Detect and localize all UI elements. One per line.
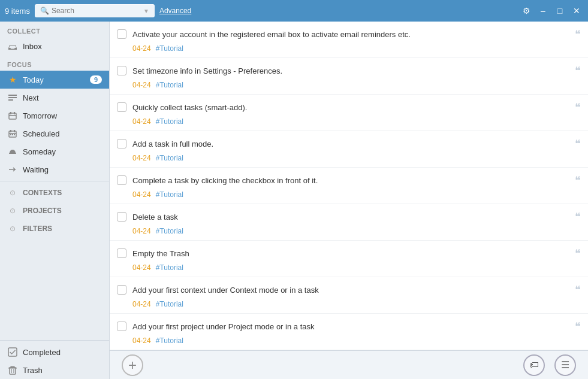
sidebar-item-tomorrow[interactable]: Tomorrow [0, 107, 109, 125]
quote-icon[interactable]: ❝ [575, 28, 581, 41]
sidebar: COLLECT Inbox FOCUS ★ Today 9 Next [0, 22, 110, 379]
task-item: Add your first project under Project mod… [110, 314, 588, 350]
sidebar-item-waiting[interactable]: Waiting [0, 160, 109, 178]
task-row: Add your first context under Context mod… [110, 277, 588, 299]
sidebar-item-scheduled[interactable]: Scheduled [0, 125, 109, 142]
task-row: Delete a task ❝ [110, 204, 588, 226]
task-meta: 04-24 #Tutorial [110, 226, 588, 240]
task-checkbox[interactable] [117, 212, 126, 222]
task-checkbox[interactable] [117, 248, 126, 258]
advanced-link[interactable]: Advanced [159, 7, 191, 15]
task-text: Set timezone info in Settings - Preferen… [132, 66, 569, 75]
search-input[interactable] [52, 7, 141, 15]
item-count: 9 items [5, 7, 30, 16]
task-meta: 04-24 #Tutorial [110, 262, 588, 277]
task-checkbox[interactable] [117, 175, 126, 185]
svg-rect-4 [10, 112, 11, 114]
sidebar-item-contexts[interactable]: ⊙ CONTEXTS [0, 184, 109, 202]
sidebar-item-next[interactable]: Next [0, 89, 109, 107]
task-item: Delete a task ❝ 04-24 #Tutorial [110, 204, 588, 241]
svg-rect-13 [14, 134, 15, 135]
quote-icon[interactable]: ❝ [575, 137, 581, 150]
bottom-toolbar: + 🏷 ☰ [110, 350, 588, 379]
star-icon: ★ [7, 74, 18, 85]
quote-icon[interactable]: ❝ [575, 174, 581, 187]
task-date: 04-24 [132, 44, 151, 53]
sidebar-item-someday[interactable]: Someday [0, 142, 109, 160]
task-text: Complete a task by clicking the checkbox… [132, 176, 569, 185]
task-tag[interactable]: #Tutorial [156, 154, 183, 162]
list-view-button[interactable]: ☰ [554, 354, 576, 376]
task-checkbox[interactable] [117, 29, 126, 39]
scheduled-label: Scheduled [23, 129, 102, 138]
someday-label: Someday [23, 147, 102, 156]
quote-icon[interactable]: ❝ [575, 101, 581, 114]
task-item: Set timezone info in Settings - Preferen… [110, 58, 588, 95]
svg-rect-0 [8, 95, 17, 96]
add-task-button[interactable]: + [122, 354, 143, 376]
task-row: Add your first project under Project mod… [110, 314, 588, 335]
maximize-button[interactable]: □ [553, 4, 566, 17]
svg-rect-1 [8, 97, 17, 98]
task-tag[interactable]: #Tutorial [156, 81, 183, 89]
sidebar-item-filters[interactable]: ⊙ FILTERS [0, 220, 109, 238]
inbox-icon [7, 41, 18, 51]
task-row: Add a task in full mode. ❝ [110, 131, 588, 153]
minimize-button[interactable]: – [536, 4, 550, 17]
quote-icon[interactable]: ❝ [575, 283, 581, 296]
search-box[interactable]: 🔍 ▼ [35, 4, 155, 17]
sidebar-item-projects[interactable]: ⊙ PROJECTS [0, 202, 109, 220]
task-tag[interactable]: #Tutorial [156, 300, 183, 308]
filters-label: FILTERS [23, 225, 102, 233]
task-date: 04-24 [132, 81, 151, 89]
sidebar-item-inbox[interactable]: Inbox [0, 37, 109, 55]
completed-icon [7, 347, 18, 357]
task-tag[interactable]: #Tutorial [156, 263, 183, 272]
task-checkbox[interactable] [117, 66, 126, 75]
quote-icon[interactable]: ❝ [575, 64, 581, 77]
trash-label: Trash [23, 366, 102, 375]
close-button[interactable]: ✕ [570, 4, 583, 17]
task-tag[interactable]: #Tutorial [156, 227, 183, 235]
search-icon: 🔍 [40, 7, 49, 15]
task-tag[interactable]: #Tutorial [156, 190, 183, 199]
task-checkbox[interactable] [117, 322, 126, 331]
task-tag[interactable]: #Tutorial [156, 336, 183, 345]
tomorrow-icon [7, 110, 18, 121]
svg-rect-8 [10, 130, 11, 132]
svg-rect-6 [9, 115, 16, 116]
svg-rect-5 [14, 112, 15, 114]
task-text: Add your first context under Context mod… [132, 286, 569, 295]
contexts-collapse-icon: ⊙ [7, 187, 18, 198]
task-meta: 04-24 #Tutorial [110, 189, 588, 204]
task-meta: 04-24 #Tutorial [110, 43, 588, 57]
title-bar-left: 9 items 🔍 ▼ Advanced [5, 4, 191, 17]
sidebar-item-trash[interactable]: Trash [0, 361, 109, 379]
task-tag[interactable]: #Tutorial [156, 117, 183, 126]
task-meta: 04-24 #Tutorial [110, 299, 588, 313]
main-layout: COLLECT Inbox FOCUS ★ Today 9 Next [0, 22, 588, 379]
task-tag[interactable]: #Tutorial [156, 44, 183, 53]
waiting-label: Waiting [23, 165, 102, 174]
task-date: 04-24 [132, 336, 151, 345]
task-list: Activate your account in the registered … [110, 22, 588, 350]
quote-icon[interactable]: ❝ [575, 210, 581, 223]
settings-button[interactable]: ⚙ [520, 4, 533, 17]
dropdown-icon: ▼ [143, 8, 149, 14]
sidebar-item-today[interactable]: ★ Today 9 [0, 71, 109, 89]
task-checkbox[interactable] [117, 285, 126, 295]
sidebar-item-completed[interactable]: Completed [0, 343, 109, 361]
task-checkbox[interactable] [117, 102, 126, 112]
task-date: 04-24 [132, 190, 151, 199]
svg-rect-11 [10, 134, 11, 135]
task-text: Activate your account in the registered … [132, 30, 569, 39]
tag-button[interactable]: 🏷 [523, 354, 545, 376]
svg-rect-3 [9, 113, 16, 119]
projects-label: PROJECTS [23, 207, 102, 215]
sidebar-bottom: Completed Trash [0, 340, 109, 379]
next-icon [7, 92, 18, 103]
quote-icon[interactable]: ❝ [575, 320, 581, 333]
quote-icon[interactable]: ❝ [575, 247, 581, 260]
task-checkbox[interactable] [117, 139, 126, 148]
sidebar-divider-contexts [0, 181, 109, 181]
